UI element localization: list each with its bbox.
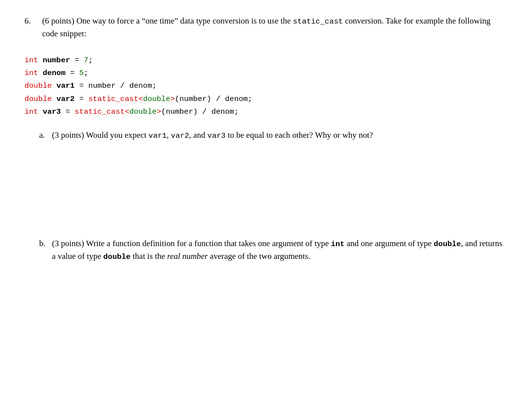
ref-double-b: double bbox=[434, 240, 461, 249]
code-line-4: double var2 = static_cast<double>(number… bbox=[24, 93, 508, 105]
kw-int-3: int bbox=[24, 107, 38, 116]
sub-text-a: (3 points) Would you expect var1, var2, … bbox=[52, 129, 508, 142]
code-line-1: int number = 7; bbox=[24, 54, 508, 67]
static-cast-inline: static_cast bbox=[293, 17, 343, 26]
sub-b-points: (3 points) bbox=[52, 239, 84, 248]
ref-var3: var3 bbox=[207, 131, 225, 140]
kw-close-cast-2: > bbox=[157, 107, 161, 116]
semi-1: ; bbox=[88, 56, 93, 65]
sub-letter-b: b. bbox=[39, 237, 48, 263]
code-denom-decl: denom = bbox=[38, 69, 79, 77]
code-line-3: double var1 = number / denom; bbox=[24, 79, 508, 92]
kw-static-cast-2: static_cast< bbox=[74, 107, 129, 116]
kw-double-cast-1: double bbox=[143, 95, 170, 103]
code-var3-prefix: var3 = bbox=[38, 107, 74, 116]
kw-double-1: double bbox=[24, 81, 52, 90]
real-number-text: real number bbox=[167, 252, 208, 261]
question-intro: (6 points) One way to force a “one time”… bbox=[42, 15, 508, 40]
code-line-2: int denom = 5; bbox=[24, 67, 508, 79]
kw-static-cast-1: static_cast< bbox=[88, 95, 143, 103]
val-5: 5 bbox=[79, 69, 84, 77]
semi-2: ; bbox=[84, 69, 88, 77]
code-var1-decl: var1 = number / denom; bbox=[52, 81, 157, 90]
intro-text: One way to force a “one time” data type … bbox=[42, 16, 490, 38]
answer-space-b bbox=[24, 270, 508, 329]
kw-int-2: int bbox=[24, 69, 38, 77]
code-var2-suffix: (number) / denom; bbox=[175, 95, 252, 103]
kw-double-cast-2: double bbox=[129, 107, 157, 116]
sub-a-points: (3 points) bbox=[52, 130, 84, 140]
kw-double-2: double bbox=[24, 95, 52, 103]
ref-var1: var1 bbox=[148, 131, 167, 140]
question-header: 6. (6 points) One way to force a “one ti… bbox=[24, 15, 508, 40]
kw-int-1: int bbox=[24, 56, 38, 65]
sub-question-b: b. (3 points) Write a function definitio… bbox=[39, 237, 508, 263]
code-var2-prefix: var2 = bbox=[52, 95, 88, 103]
answer-space-a bbox=[24, 149, 508, 237]
sub-text-b: (3 points) Write a function definition f… bbox=[52, 237, 508, 263]
sub-question-a: a. (3 points) Would you expect var1, var… bbox=[39, 129, 508, 142]
points-label: (6 points) bbox=[42, 16, 74, 25]
code-line-5: int var3 = static_cast<double>(number) /… bbox=[24, 105, 508, 118]
code-number-decl: number = bbox=[38, 56, 84, 65]
question-number: 6. bbox=[24, 15, 38, 40]
ref-int-b: int bbox=[331, 240, 344, 249]
question-6-block: 6. (6 points) One way to force a “one ti… bbox=[24, 15, 508, 329]
kw-close-cast-1: > bbox=[170, 95, 175, 103]
val-7: 7 bbox=[84, 56, 88, 65]
code-block: int number = 7; int denom = 5; double va… bbox=[24, 54, 508, 119]
ref-double-b2: double bbox=[103, 252, 131, 261]
sub-letter-a: a. bbox=[39, 129, 48, 142]
ref-var2: var2 bbox=[171, 131, 189, 140]
code-var3-suffix: (number) / denom; bbox=[161, 107, 239, 116]
